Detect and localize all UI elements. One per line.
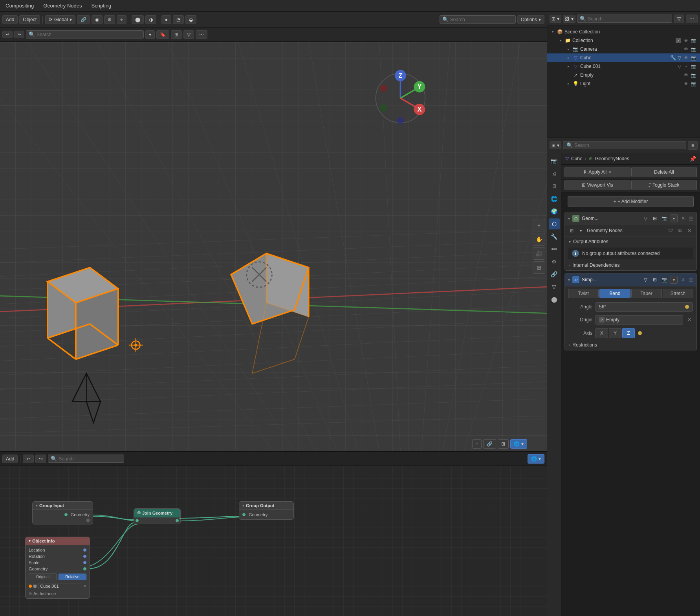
sd-stretch-tab[interactable]: Stretch: [663, 289, 693, 298]
sd-drag-handle[interactable]: [689, 277, 693, 283]
sd-twist-tab[interactable]: Twist: [568, 289, 599, 298]
sd-collapse-arrow[interactable]: ▾: [568, 278, 570, 282]
light-cam[interactable]: 📷: [691, 81, 697, 87]
oi-scale-socket[interactable]: [83, 561, 86, 564]
oi-location-socket[interactable]: [83, 548, 86, 552]
outliner-search-input[interactable]: [588, 16, 669, 22]
cube001-eye[interactable]: ~: [683, 63, 689, 70]
vp-history-fwd[interactable]: ↪: [14, 31, 24, 38]
outliner-display-btn[interactable]: 🖼 ▾: [563, 15, 575, 23]
prop-physics-icon[interactable]: ⚙: [549, 256, 560, 267]
viewport-vis-btn[interactable]: ⊞ Viewport Vis: [564, 180, 630, 190]
gn-close-btn[interactable]: ✕: [679, 214, 687, 222]
sd-origin-clear-btn[interactable]: ✕: [686, 317, 693, 323]
pan-btn[interactable]: ✋: [533, 233, 545, 246]
node-globe-btn[interactable]: 🌐 ▾: [528, 454, 544, 464]
empty-eye[interactable]: 👁: [683, 72, 689, 78]
xray-button[interactable]: ◑: [145, 15, 156, 24]
coll-eye[interactable]: 👁: [683, 37, 689, 44]
render-mode-rendered[interactable]: ◒: [185, 15, 196, 24]
prop-view-icon[interactable]: 🖥: [549, 181, 560, 192]
group-input-node[interactable]: ▾ Group Input Geometry: [32, 501, 93, 524]
proportional-button[interactable]: ◉: [92, 15, 103, 24]
node-history-fwd[interactable]: ↪: [35, 455, 46, 463]
gn-expand-btn[interactable]: ▾: [670, 214, 678, 222]
tree-scene-collection[interactable]: ▾ 📦 Scene Collection: [547, 28, 700, 36]
render-mode-material[interactable]: ◔: [173, 15, 184, 24]
breadcrumb-cube[interactable]: Cube: [571, 156, 583, 161]
overlay-button[interactable]: ⬤: [132, 15, 144, 24]
add-modifier-btn[interactable]: + + Add Modifier: [568, 196, 694, 207]
prop-output-icon[interactable]: 🖨: [549, 168, 560, 179]
node-history-back[interactable]: ↩: [23, 455, 34, 463]
add-button[interactable]: Add: [2, 15, 18, 24]
menu-geometry-nodes[interactable]: Geometry Nodes: [41, 2, 84, 9]
tree-collection[interactable]: ▾ 📁 Collection ✓ 👁 📷: [547, 36, 700, 45]
gn-frame-icon[interactable]: ⊞: [651, 214, 659, 222]
join-in-1[interactable]: [136, 519, 139, 522]
join-geometry-node[interactable]: ⊕ Join Geometry: [134, 508, 181, 524]
gn-subheader-name[interactable]: Geometry Nodes: [587, 228, 664, 233]
props-filter-btn[interactable]: ≡: [688, 141, 698, 150]
sd-filter-icon[interactable]: ▽: [641, 276, 649, 284]
apply-all-btn[interactable]: ⬇ Apply All ✕: [564, 167, 630, 177]
gn-modifier-name[interactable]: Geom...: [582, 216, 639, 221]
tree-light[interactable]: ▸ 💡 Light 👁 📷: [547, 79, 700, 88]
viewport-history-btn[interactable]: ↑: [472, 439, 482, 449]
filter-btn-2[interactable]: ▽: [183, 30, 194, 39]
gn-camera-icon[interactable]: 📷: [660, 214, 668, 222]
group-output-node[interactable]: ▾ Group Output Geometry: [239, 501, 294, 520]
empty-cam[interactable]: 📷: [691, 72, 697, 78]
gn-sub-close-icon[interactable]: ✕: [685, 227, 693, 235]
coll-checkbox[interactable]: ✓: [676, 38, 681, 43]
sd-axis-z[interactable]: Z: [622, 328, 635, 338]
geo-in-socket[interactable]: [242, 513, 246, 516]
gn-drag-handle[interactable]: [689, 216, 693, 222]
prop-scene-icon[interactable]: 🌐: [549, 193, 560, 204]
outliner-filter-btn[interactable]: ▽: [674, 15, 684, 23]
global-button[interactable]: ⟳ Global ▾: [45, 15, 75, 24]
outliner-more-btn[interactable]: ⋯: [686, 15, 698, 23]
prop-data-icon[interactable]: ▽: [549, 281, 560, 292]
sd-frame-icon[interactable]: ⊞: [651, 276, 659, 284]
viewport-snap-btn[interactable]: 🔗: [483, 439, 496, 449]
cube001-cam[interactable]: 📷: [691, 63, 697, 70]
cube-cam[interactable]: 📷: [691, 55, 697, 61]
viewport-3d[interactable]: Z Y X: [0, 42, 547, 451]
sd-modifier-name[interactable]: Simpl...: [582, 277, 639, 282]
breadcrumb-gn[interactable]: GeometryNodes: [595, 156, 629, 161]
sd-bend-tab[interactable]: Bend: [599, 289, 630, 298]
properties-search-input[interactable]: [574, 143, 683, 148]
camera-btn[interactable]: 🎥: [533, 247, 545, 260]
oi-object-clear[interactable]: ✕: [83, 584, 86, 589]
sd-axis-y[interactable]: Y: [609, 328, 621, 338]
oi-rotation-socket[interactable]: [83, 555, 86, 558]
tree-camera[interactable]: ▸ 📷 Camera 👁 📷: [547, 45, 700, 53]
layout-btn[interactable]: ⊞: [171, 30, 182, 39]
toggle-stack-btn[interactable]: ⤴ Toggle Stack: [631, 180, 697, 190]
zoom-in-btn[interactable]: +: [533, 219, 545, 231]
delete-all-btn[interactable]: Delete All: [631, 167, 697, 177]
apply-all-x[interactable]: ✕: [608, 170, 612, 175]
sd-axis-dot[interactable]: [638, 331, 642, 335]
options-button[interactable]: Options ▾: [517, 15, 544, 24]
oi-object-name[interactable]: Cube.001: [38, 583, 81, 589]
light-eye[interactable]: 👁: [683, 81, 689, 87]
sd-camera-icon[interactable]: 📷: [660, 276, 668, 284]
tree-empty[interactable]: ↗ Empty 👁 📷: [547, 71, 700, 79]
camera-cam[interactable]: 📷: [691, 46, 697, 52]
sd-close-btn[interactable]: ✕: [679, 276, 687, 284]
prop-render-icon[interactable]: 📷: [549, 156, 560, 167]
tree-cube[interactable]: ▸ ▽ Cube 🔧 ▽ 👁 📷: [547, 53, 700, 62]
output-attributes-header[interactable]: ▾ Output Attributes: [565, 236, 696, 247]
render-mode-solid[interactable]: ●: [161, 15, 171, 24]
gn-shield-icon[interactable]: 🛡: [667, 227, 674, 235]
sd-origin-field[interactable]: ↗ Empty: [596, 315, 683, 324]
gn-copy-icon[interactable]: ⧉: [676, 227, 684, 235]
prop-particles-icon[interactable]: •••: [549, 244, 560, 255]
oi-relative-btn[interactable]: Relative: [59, 574, 87, 580]
oi-geometry-socket[interactable]: [83, 567, 86, 570]
geometry-out-socket[interactable]: [64, 513, 68, 516]
viewport-grid-btn[interactable]: ⊞: [498, 439, 509, 449]
coll-camera[interactable]: 📷: [691, 37, 697, 44]
